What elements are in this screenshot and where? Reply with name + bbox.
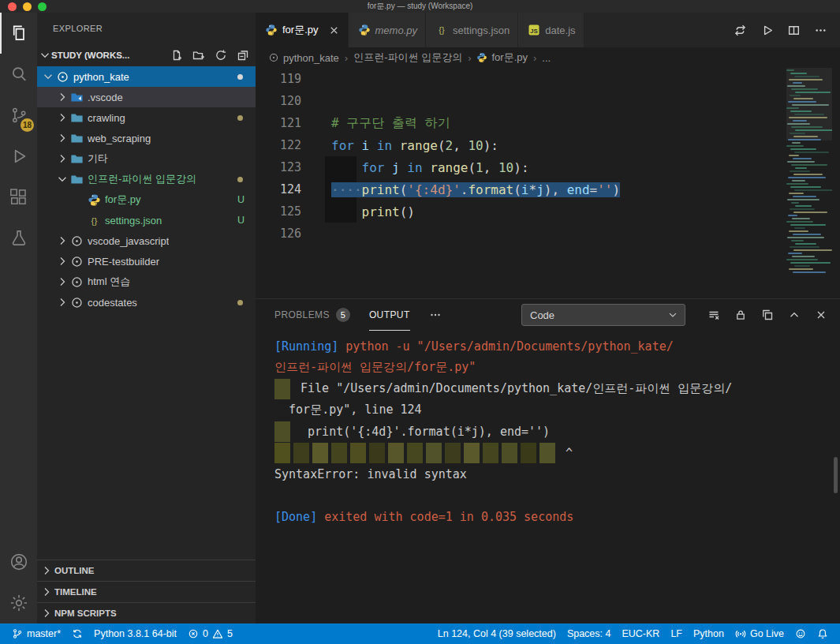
git-status-badge: U: [237, 215, 245, 226]
code-line[interactable]: 124····print('{:4d}'.format(i*j), end=''…: [256, 178, 840, 200]
status-python-version[interactable]: Python 3.8.1 64-bit: [88, 623, 182, 644]
maximize-button[interactable]: [788, 309, 801, 321]
output-line: [Done] exited with code=1 in 0.035 secon…: [274, 506, 840, 527]
status-cursor-position[interactable]: Ln 124, Col 4 (39 selected): [432, 623, 562, 644]
status-label: LF: [670, 628, 682, 639]
more-button[interactable]: [814, 24, 827, 37]
breadcrumb-label: for문.py: [491, 51, 528, 65]
activity-testing[interactable]: [0, 218, 37, 259]
status-go-live[interactable]: Go Live: [730, 623, 790, 644]
status-feedback[interactable]: [790, 623, 812, 644]
status-sync[interactable]: [66, 623, 88, 644]
section-outline[interactable]: OUTLINE: [37, 560, 256, 581]
section-timeline[interactable]: TIMELINE: [37, 581, 256, 602]
code-line[interactable]: 125 print(): [256, 200, 840, 223]
ansi-block: [274, 421, 290, 442]
split-editor-button[interactable]: [787, 24, 801, 37]
status-bar: master*Python 3.8.1 64-bit05Ln 124, Col …: [0, 623, 840, 644]
tree-item[interactable]: web_scraping: [37, 128, 256, 148]
panel-tab-output[interactable]: OUTPUT: [369, 299, 410, 331]
tree-item[interactable]: for문.pyU: [37, 189, 256, 210]
editor-tab[interactable]: for문.py: [256, 13, 349, 47]
tree-item[interactable]: 인프런-파이썬 입문강의: [37, 169, 256, 189]
tree-item[interactable]: vscode_javascript: [37, 230, 256, 251]
tree-item[interactable]: python_kate: [37, 66, 256, 87]
activity-run-debug[interactable]: [0, 136, 37, 177]
tree-item[interactable]: {}settings.jsonU: [37, 210, 256, 230]
breadcrumb-item[interactable]: python_kate: [268, 52, 339, 64]
panel-tab-problems[interactable]: PROBLEMS5: [274, 299, 350, 331]
zoom-window-button[interactable]: [38, 2, 47, 11]
editor-tab[interactable]: JSdate.js: [518, 13, 584, 47]
status-notifications[interactable]: [812, 623, 834, 644]
breadcrumb-item[interactable]: ...: [542, 52, 551, 64]
minimap[interactable]: [786, 69, 832, 281]
search-icon: [9, 64, 29, 84]
close-tab-button[interactable]: [328, 24, 340, 36]
error-icon: [188, 628, 199, 639]
activity-explorer[interactable]: [0, 13, 37, 54]
breadcrumb-separator: ›: [533, 52, 536, 64]
refresh-button[interactable]: [215, 49, 227, 62]
activity-extensions[interactable]: [0, 177, 37, 218]
lock-button[interactable]: [734, 309, 747, 321]
tree-item[interactable]: html 연습: [37, 271, 256, 292]
git-modified-dot: [237, 177, 243, 182]
status-eol[interactable]: LF: [665, 623, 688, 644]
breadcrumb-separator: ›: [468, 52, 471, 64]
chevron-down-icon: [56, 173, 69, 185]
run-button[interactable]: [760, 24, 774, 37]
folder-icon: [70, 152, 84, 166]
ansi-block: [521, 443, 536, 463]
status-branch[interactable]: master*: [6, 623, 66, 644]
tree-item[interactable]: codestates: [37, 292, 256, 313]
panel-tab-label: PROBLEMS: [274, 309, 330, 320]
activity-account[interactable]: [0, 541, 37, 582]
status-language-mode[interactable]: Python: [688, 623, 730, 644]
output-line: 인프런-파이썬 입문강의/for문.py": [274, 357, 840, 378]
tree-item-label: crawling: [88, 112, 125, 124]
status-encoding[interactable]: EUC-KR: [616, 623, 665, 644]
close-window-button[interactable]: [8, 2, 17, 11]
code-line[interactable]: 126: [256, 223, 840, 245]
close-button[interactable]: [815, 309, 827, 321]
panel-more-button[interactable]: [429, 309, 442, 321]
output-channel-select[interactable]: Code: [521, 304, 685, 326]
clear-output-button[interactable]: [707, 309, 720, 321]
git-modified-dot: [237, 300, 243, 305]
compare-changes-button[interactable]: [734, 24, 747, 37]
minimize-window-button[interactable]: [23, 2, 32, 11]
collapse-all-button[interactable]: [237, 49, 249, 62]
activity-search[interactable]: [0, 54, 37, 95]
code-line[interactable]: 120: [256, 90, 840, 112]
new-file-button[interactable]: [170, 49, 183, 62]
warning-icon: [212, 628, 223, 639]
code-line[interactable]: 122for i in range(2, 10):: [256, 134, 840, 156]
editor-tab[interactable]: memo.py: [349, 13, 426, 47]
new-folder-button[interactable]: [192, 49, 205, 62]
activity-source-control[interactable]: 18: [0, 95, 37, 136]
code-line[interactable]: 123 for j in range(1, 10):: [256, 156, 840, 178]
code-editor[interactable]: 119120121# 구구단 출력 하기122for i in range(2,…: [256, 68, 840, 298]
tree-item-label: codestates: [88, 297, 137, 309]
open-in-editor-button[interactable]: [761, 309, 774, 321]
tree-item[interactable]: .vscode: [37, 87, 256, 107]
workspace-section-header[interactable]: STUDY (WORKS...: [37, 44, 256, 66]
feedback-icon: [795, 628, 806, 639]
editor-tab[interactable]: {}settings.json: [426, 13, 518, 47]
code-line[interactable]: 119: [256, 68, 840, 90]
breadcrumb-item[interactable]: 인프런-파이썬 입문강의: [353, 51, 462, 65]
section-npm-scripts[interactable]: NPM SCRIPTS: [37, 602, 256, 623]
activity-settings[interactable]: [0, 582, 37, 623]
scrollbar[interactable]: [834, 457, 838, 493]
tree-item[interactable]: 기타: [37, 148, 256, 169]
status-label: Ln 124, Col 4 (39 selected): [438, 628, 556, 639]
workspace-section-label: STUDY (WORKS...: [51, 51, 129, 60]
code-line[interactable]: 121# 구구단 출력 하기: [256, 112, 840, 134]
tree-item[interactable]: crawling: [37, 107, 256, 128]
tree-item[interactable]: PRE-testbuilder: [37, 251, 256, 271]
status-indentation[interactable]: Spaces: 4: [562, 623, 617, 644]
breadcrumb-item[interactable]: for문.py: [476, 51, 528, 65]
output-line: [274, 485, 840, 506]
status-problems[interactable]: 05: [182, 623, 238, 644]
